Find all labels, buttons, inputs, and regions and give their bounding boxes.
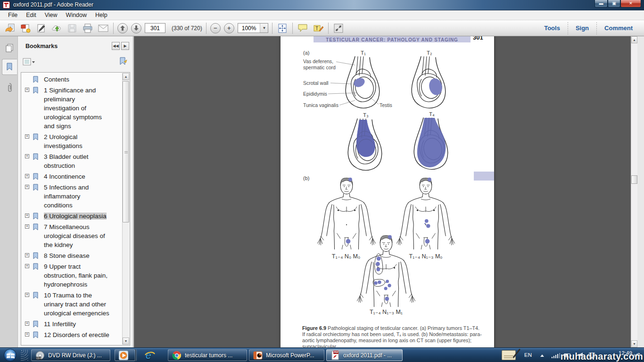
signal-strength-icon[interactable] (552, 353, 561, 358)
start-button[interactable] (4, 349, 17, 362)
page-number: 301 (473, 36, 483, 41)
svg-text:Testis: Testis (380, 102, 392, 108)
sign-button[interactable]: Sign (568, 25, 596, 32)
running-header-band: TESTICULAR CANCER: PATHOLOGY AND STAGING (314, 36, 471, 42)
svg-text:Epididymis: Epididymis (303, 91, 327, 97)
cloud-upload-icon[interactable] (50, 23, 63, 34)
bookmark-item[interactable]: Contents (21, 74, 121, 85)
bookmark-item[interactable]: + 3 Bladder outlet obstruction (21, 152, 121, 172)
zoom-dropdown-arrow[interactable]: ▼ (260, 24, 268, 33)
expand-panel-button[interactable]: ▶ (121, 42, 129, 50)
bookmark-item[interactable]: + 10 Trauma to the urinary tract and oth… (21, 290, 121, 319)
menu-file[interactable]: File (4, 11, 22, 19)
dvd-drive-icon: CD-R (35, 351, 45, 360)
taskbar-button-media-player[interactable] (115, 349, 135, 361)
bookmark-item-selected[interactable]: + 6 Urological neoplasia (21, 211, 121, 222)
bookmarks-tab[interactable] (2, 59, 17, 75)
create-pdf-icon[interactable] (19, 23, 32, 34)
expander-icon[interactable]: + (25, 293, 29, 297)
menu-window[interactable]: Window (62, 11, 91, 19)
expander-icon[interactable]: + (25, 174, 29, 178)
expander-icon[interactable]: + (25, 154, 29, 158)
menu-edit[interactable]: Edit (22, 11, 41, 19)
bookmark-item[interactable]: + 5 Infections and inflammatory conditio… (21, 182, 121, 211)
bookmark-options-button[interactable] (23, 58, 35, 68)
taskbar-button-adobe-reader[interactable]: PDF oxford 2011.pdf - ... (326, 349, 403, 361)
zoom-in-button[interactable]: + (224, 23, 234, 33)
menu-help[interactable]: Help (91, 11, 112, 19)
print-icon[interactable] (82, 23, 94, 34)
doc-scroll-up-button[interactable]: ▲ (631, 36, 637, 43)
taskbar-button-internet-explorer[interactable]: e (140, 349, 161, 361)
email-icon[interactable] (97, 23, 109, 34)
restore-button[interactable]: ▣ (608, 0, 620, 8)
svg-text:CD-R: CD-R (36, 357, 42, 360)
next-page-button[interactable] (131, 23, 141, 33)
language-indicator[interactable]: EN (524, 352, 532, 358)
document-scrollbar[interactable]: ▲ ▼ (631, 36, 637, 347)
toolbar: (330 of 720) − + 100% ▼ T (0, 20, 644, 36)
bookmark-item[interactable]: + 4 Incontinence (21, 172, 121, 182)
expander-icon[interactable]: + (25, 264, 29, 268)
doc-scroll-down-button[interactable]: ▼ (631, 340, 637, 347)
scroll-up-button[interactable]: ▲ (123, 73, 129, 80)
minimize-button[interactable]: ▬ (594, 0, 608, 8)
figure-caption-label: Figure 6.9 (302, 325, 326, 331)
sign-fill-icon[interactable] (35, 23, 47, 34)
taskbar-button-dvd[interactable]: CD-R DVD RW Drive (J:) ... (31, 349, 110, 361)
attachments-tab[interactable] (2, 80, 17, 96)
taskbar-grip (21, 350, 28, 361)
menu-bar: File Edit View Window Help (0, 10, 644, 20)
open-file-icon[interactable] (4, 23, 16, 34)
close-button[interactable]: ✕ (620, 0, 641, 8)
doc-scrollbar-thumb[interactable] (631, 175, 637, 184)
taskbar-button-chrome[interactable]: testicular tumors ... (168, 349, 247, 361)
expander-icon[interactable]: + (25, 134, 29, 139)
page-number-input[interactable] (145, 23, 165, 33)
expander-icon[interactable]: + (25, 253, 29, 257)
new-bookmark-button[interactable] (119, 57, 128, 68)
taskbar-button-powerpoint[interactable]: Microsoft PowerP... (249, 349, 324, 361)
title-bar: oxford 2011.pdf - Adobe Reader ▬ ▣ ✕ (0, 0, 644, 10)
expander-icon[interactable]: + (25, 185, 29, 189)
svg-text:T₁: T₁ (361, 50, 366, 56)
page-thumbnails-tab[interactable] (2, 40, 17, 56)
comment-button[interactable]: Comment (597, 25, 640, 32)
menu-view[interactable]: View (41, 11, 62, 19)
bookmark-item[interactable]: + 11 Infertility (21, 319, 121, 330)
powerpoint-icon (253, 351, 263, 360)
fit-page-icon[interactable] (276, 23, 289, 34)
expander-icon[interactable]: + (25, 332, 29, 337)
bookmark-item[interactable]: + 9 Upper tract obstruction, flank pain,… (21, 262, 121, 290)
tablet-input-icon[interactable] (502, 350, 516, 360)
zoom-out-button[interactable]: − (210, 23, 221, 33)
bookmark-item[interactable]: + 2 Urological investigations (21, 132, 121, 152)
internet-explorer-icon: e (144, 350, 156, 361)
svg-text:Tunica vaginalis: Tunica vaginalis (303, 102, 339, 108)
svg-text:Vas deferens,: Vas deferens, (303, 58, 333, 64)
collapse-panel-button[interactable]: ◀◀ (112, 42, 120, 50)
tools-button[interactable]: Tools (537, 25, 568, 32)
expander-icon[interactable]: + (25, 321, 29, 326)
svg-text:(a): (a) (303, 50, 309, 56)
zoom-level-select[interactable]: 100% ▼ (238, 23, 269, 33)
svg-text:PDF: PDF (334, 351, 339, 354)
bookmarks-scrollbar[interactable]: ▲ ▼ (122, 73, 129, 345)
save-icon[interactable] (66, 23, 78, 34)
comment-bubble-icon[interactable] (297, 23, 309, 34)
bookmark-item[interactable]: + 1 Significance and preliminary investi… (21, 85, 121, 132)
document-area[interactable]: TESTICULAR CANCER: PATHOLOGY AND STAGING… (134, 36, 637, 347)
expander-icon[interactable]: + (25, 214, 29, 218)
expander-icon[interactable]: + (25, 224, 29, 229)
bookmark-item[interactable]: + 8 Stone disease (21, 251, 121, 262)
scroll-down-button[interactable]: ▼ (123, 337, 129, 345)
svg-text:T₂: T₂ (427, 50, 432, 56)
previous-page-button[interactable] (117, 23, 128, 33)
bookmark-item[interactable]: + 7 Miscellaneous urological diseases of… (21, 222, 121, 251)
bookmark-item[interactable]: + 12 Disorders of erectile (21, 330, 121, 341)
expander-icon[interactable]: + (25, 88, 29, 92)
highlight-text-icon[interactable]: T (312, 23, 324, 34)
scrollbar-thumb[interactable] (123, 81, 129, 222)
hidden-icons-arrow[interactable] (540, 354, 544, 357)
fullscreen-icon[interactable] (332, 23, 345, 34)
